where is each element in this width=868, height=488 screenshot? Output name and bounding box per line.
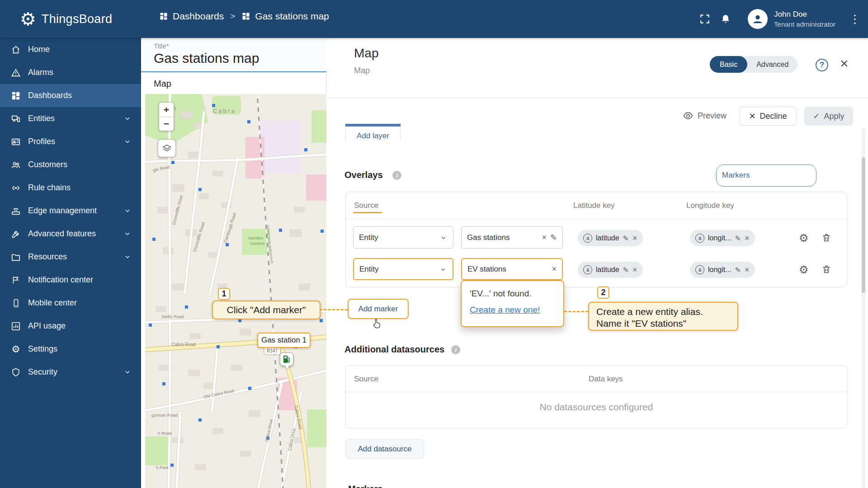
preview-button[interactable]: Preview [683,110,726,121]
additional-datasources-heading: Additional datasources [344,344,444,355]
fullscreen-icon[interactable] [694,13,715,25]
notifications-bell-icon[interactable] [715,14,736,24]
sidebar-item-entities[interactable]: Entities [0,107,141,130]
chip-label: longit... [708,234,731,242]
remove-icon[interactable]: × [632,265,637,275]
sidebar-label: Customers [28,160,67,169]
datakey-type-icon: a [695,265,704,274]
map-widget[interactable]: R147 Cabra a West gle Road Drumcliffe Dr… [145,94,326,488]
remove-icon[interactable]: × [745,234,750,243]
sidebar-item-home[interactable]: Home [0,38,141,61]
source-type-select[interactable]: Entity [353,258,453,280]
sidebar-item-security[interactable]: Security [0,361,141,384]
clear-icon[interactable]: × [542,233,547,242]
top-bar: ⚙ ThingsBoard Dashboards > Gas stations … [0,0,868,38]
sidebar-item-api-usage[interactable]: API usage [0,314,141,338]
dashboard-title-value[interactable]: Gas stations map [154,51,326,66]
sidebar-item-notification-center[interactable]: Notification center [0,268,141,291]
breadcrumb: Dashboards > Gas stations map [159,11,329,22]
apply-button[interactable]: ✓ Apply [804,107,853,126]
info-icon[interactable]: i [392,171,401,180]
info-icon[interactable]: i [451,345,460,354]
dashboard-title-field[interactable]: Title* Gas stations map [141,38,326,72]
chevron-down-icon [123,367,132,376]
svg-text:h Park: h Park [156,465,169,470]
edit-icon[interactable]: ✎ [735,266,741,274]
entity-alias-input[interactable]: EV stations × [461,258,563,280]
chevron-down-icon [123,137,132,146]
longitude-key-chip[interactable]: a longit... ✎ × [690,230,755,246]
edit-icon[interactable]: ✎ [623,234,629,243]
create-new-alias-link[interactable]: Create a new one! [470,305,540,315]
sidebar-item-mobile-center[interactable]: Mobile center [0,291,141,314]
row-settings-gear-icon[interactable]: ⚙ [799,263,809,276]
column-longitude: Longitude key [686,201,734,210]
remove-icon[interactable]: × [632,234,637,243]
chip-label: latitude [596,234,619,242]
edit-icon[interactable]: ✎ [623,266,629,274]
decline-label: Decline [760,112,787,121]
breadcrumb-dashboards[interactable]: Dashboards [159,11,224,22]
sidebar-item-advanced-features[interactable]: Advanced features [0,222,141,245]
tab-markers[interactable]: Markers [716,164,816,187]
decline-button[interactable]: ✕ Decline [739,107,797,126]
edit-icon[interactable]: ✎ [550,233,557,243]
sidebar-item-profiles[interactable]: Profiles [0,130,141,153]
sidebar-label: Advanced features [28,229,96,239]
alarms-icon [11,68,21,78]
zoom-in-button[interactable]: + [159,103,174,117]
remove-icon[interactable]: × [745,265,750,275]
sidebar-item-alarms[interactable]: Alarms [0,61,141,84]
latitude-key-chip[interactable]: a latitude ✎ × [578,262,643,278]
step-1-badge: 1 [218,288,230,300]
edit-icon[interactable]: ✎ [735,234,741,243]
breadcrumb-current[interactable]: Gas stations map [241,11,329,22]
user-role: Tenant administrator [774,20,835,28]
sidebar-item-resources[interactable]: Resources [0,245,141,268]
sidebar-label: Security [28,367,57,377]
widget-settings-panel: Map Map Basic Advanced ? × Preview ✕ Dec… [326,38,868,488]
delete-row-icon[interactable] [821,264,831,274]
close-icon[interactable]: × [840,55,849,72]
chip-label: latitude [596,266,619,274]
sidebar-item-customers[interactable]: Customers [0,153,141,176]
rule-chains-icon [11,183,21,193]
gas-station-marker[interactable] [280,352,293,366]
map-layers-button[interactable] [158,139,176,157]
sidebar-item-settings[interactable]: ⚙ Settings [0,338,141,361]
column-latitude: Latitude key [573,201,615,210]
zoom-out-button[interactable]: − [159,117,174,131]
avatar[interactable] [748,9,768,29]
latitude-key-chip[interactable]: a latitude ✎ × [578,230,643,246]
step-2-badge: 2 [597,286,609,299]
dropdown-arrow-icon [439,265,447,273]
help-icon[interactable]: ? [816,59,828,71]
delete-row-icon[interactable] [821,233,831,243]
header-divider [346,219,847,220]
flag-icon [11,275,21,285]
basic-advanced-toggle: Basic Advanced [710,56,797,73]
brand-name: ThingsBoard [42,12,112,26]
panel-subtitle: Map [354,66,370,75]
clear-icon[interactable]: × [552,264,557,274]
scrollbar-thumb[interactable] [862,157,865,293]
sidebar-item-rule-chains[interactable]: Rule chains [0,176,141,199]
sidebar-label: Edge management [28,206,97,216]
chart-icon [11,321,21,331]
longitude-key-chip[interactable]: a longit... ✎ × [690,262,755,278]
entity-alias-field[interactable]: Gas stations × ✎ [461,226,563,249]
row-settings-gear-icon[interactable]: ⚙ [799,232,809,244]
source-type-select[interactable]: Entity [353,226,453,249]
add-marker-button[interactable]: Add marker [348,299,409,319]
svg-text:Swilly Road: Swilly Road [161,314,184,319]
toggle-basic[interactable]: Basic [710,56,747,73]
datakey-type-icon: a [695,234,704,243]
breadcrumb-label: Gas stations map [255,11,329,22]
eye-icon [683,110,693,121]
sidebar-item-dashboards[interactable]: Dashboards [0,84,141,107]
source-type-value: Entity [359,265,379,274]
sidebar-item-edge-management[interactable]: Edge management [0,199,141,222]
add-datasource-button[interactable]: Add datasource [345,439,424,459]
more-vert-icon[interactable]: ⋮ [844,12,865,26]
toggle-advanced[interactable]: Advanced [747,61,797,69]
